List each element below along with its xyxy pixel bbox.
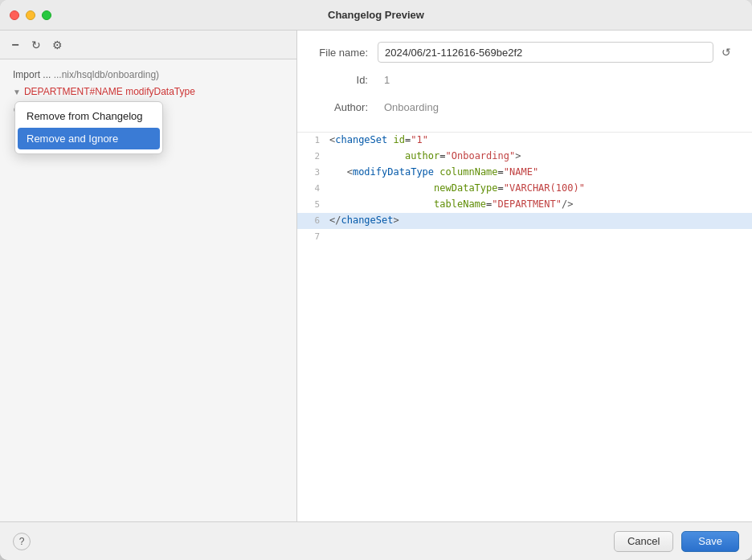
close-button[interactable] [10, 10, 19, 20]
line-number-1: 1 [297, 133, 326, 147]
line-number-6: 6 [297, 213, 326, 227]
line-content-7 [326, 229, 752, 232]
line-content-3: <modifyDataType columnName="NAME" [326, 165, 752, 179]
cancel-button[interactable]: Cancel [614, 531, 673, 552]
form-section: File name: ↺ Id: 1 Author: Onboarding [297, 31, 752, 133]
line-number-7: 7 [297, 229, 326, 243]
line-number-3: 3 [297, 165, 326, 179]
tree-item-department[interactable]: ▼ DEPARTMENT#NAME modifyDataType [6, 84, 290, 100]
code-line-2: 2 author="Onboarding"> [297, 149, 752, 165]
title-bar: Changelog Preview [0, 0, 752, 31]
line-number-4: 4 [297, 181, 326, 195]
right-panel: File name: ↺ Id: 1 Author: Onboarding 1 [297, 31, 752, 521]
line-number-5: 5 [297, 197, 326, 211]
line-content-4: newDataType="VARCHAR(100)" [326, 181, 752, 195]
file-name-row: File name: ↺ [313, 42, 736, 63]
author-value: Onboarding [378, 96, 736, 117]
help-button[interactable]: ? [13, 533, 31, 550]
code-line-6: 6 </changeSet> [297, 213, 752, 229]
code-area: 1 <changeSet id="1" 2 author="Onboarding… [297, 133, 752, 521]
help-icon: ? [19, 536, 25, 547]
context-menu-remove-from-changelog[interactable]: Remove from Changelog [15, 105, 162, 127]
breadcrumb: Import ... ...nix/hsqldb/onboarding) [6, 66, 290, 84]
code-line-5: 5 tableName="DEPARTMENT"/> [297, 197, 752, 213]
line-content-5: tableName="DEPARTMENT"/> [326, 197, 752, 211]
author-label: Author: [313, 101, 378, 113]
refresh-button[interactable]: ↻ [27, 36, 45, 54]
bottom-bar: ? Cancel Save [0, 521, 752, 560]
id-row: Id: 1 [313, 69, 736, 90]
gear-icon: ⚙ [52, 39, 63, 51]
content-area: − ↻ ⚙ Import ... ...nix/hsqldb/onboardin… [0, 31, 752, 521]
id-value: 1 [378, 69, 736, 90]
action-buttons: Cancel Save [614, 531, 739, 552]
code-line-4: 4 newDataType="VARCHAR(100)" [297, 181, 752, 197]
minus-icon: − [11, 38, 18, 52]
code-line-7: 7 [297, 229, 752, 245]
line-content-1: <changeSet id="1" [326, 133, 752, 147]
minus-button[interactable]: − [6, 36, 24, 54]
left-toolbar: − ↻ ⚙ [0, 31, 296, 59]
file-name-input[interactable] [378, 42, 713, 63]
maximize-button[interactable] [42, 10, 51, 20]
line-content-6: </changeSet> [326, 213, 752, 227]
chevron-icon: ▼ [13, 88, 21, 96]
file-name-refresh-button[interactable]: ↺ [717, 43, 736, 62]
line-content-2: author="Onboarding"> [326, 149, 752, 163]
left-panel: − ↻ ⚙ Import ... ...nix/hsqldb/onboardin… [0, 31, 297, 521]
id-label: Id: [313, 74, 378, 86]
minimize-button[interactable] [26, 10, 35, 20]
author-row: Author: Onboarding [313, 96, 736, 117]
save-button[interactable]: Save [681, 531, 739, 552]
context-menu-remove-and-ignore[interactable]: Remove and Ignore [18, 128, 160, 149]
window-title: Changelog Preview [328, 9, 424, 21]
file-name-label: File name: [313, 47, 378, 59]
settings-button[interactable]: ⚙ [48, 36, 66, 54]
code-line-3: 3 <modifyDataType columnName="NAME" [297, 165, 752, 181]
tree-item-label: DEPARTMENT#NAME modifyDataType [24, 86, 195, 97]
traffic-lights [10, 10, 51, 20]
code-line-1: 1 <changeSet id="1" [297, 133, 752, 149]
refresh-icon: ↻ [31, 39, 41, 51]
line-number-2: 2 [297, 149, 326, 163]
context-menu: Remove from Changelog Remove and Ignore [14, 101, 163, 154]
main-window: Changelog Preview − ↻ ⚙ Import ... [0, 0, 752, 560]
